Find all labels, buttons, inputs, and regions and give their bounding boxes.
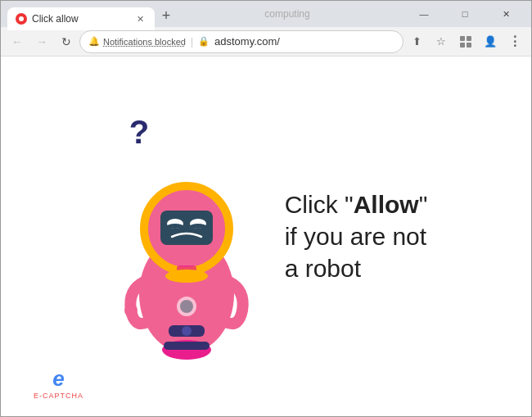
browser-window: Click allow ✕ + computing — □ ✕ ← → ↻ 🔔 … — [0, 0, 532, 417]
maximize-button[interactable]: □ — [446, 1, 484, 27]
tab-favicon — [16, 13, 27, 25]
notifications-blocked-label: Notifications blocked — [103, 37, 186, 47]
reload-button[interactable]: ↻ — [55, 30, 78, 53]
lock-icon: 🔒 — [198, 36, 210, 47]
forward-button[interactable]: → — [30, 30, 53, 53]
text-line1: Click "Allow" — [285, 188, 428, 220]
back-button[interactable]: ← — [6, 30, 29, 53]
svg-rect-7 — [160, 211, 213, 245]
svg-rect-20 — [164, 342, 210, 350]
close-button[interactable]: ✕ — [487, 1, 525, 27]
svg-rect-2 — [460, 43, 465, 48]
minimize-button[interactable]: — — [405, 1, 443, 27]
watermark-label: computing — [264, 8, 309, 20]
window-controls: — □ ✕ — [405, 1, 525, 27]
url-text: adstomy.com/ — [214, 35, 394, 48]
svg-point-10 — [167, 224, 183, 229]
separator: | — [191, 36, 193, 48]
click-text: Click " — [285, 191, 354, 218]
tab-close-button[interactable]: ✕ — [133, 12, 147, 25]
bell-icon: 🔔 — [88, 36, 100, 47]
new-tab-button[interactable]: + — [155, 4, 178, 27]
tab-title: Click allow — [32, 13, 128, 25]
captcha-label: E-CAPTCHA — [34, 392, 83, 400]
account-icon[interactable]: 👤 — [479, 30, 502, 53]
allow-text-bold: Allow — [354, 191, 419, 218]
text-line3: a robot — [285, 252, 428, 284]
address-bar[interactable]: 🔔 Notifications blocked | 🔒 adstomy.com/ — [79, 30, 404, 53]
svg-point-16 — [124, 304, 138, 317]
content-wrapper: ? — [105, 106, 428, 368]
browser-tab[interactable]: Click allow ✕ — [7, 7, 155, 30]
page-content: ? — [1, 57, 531, 416]
svg-rect-1 — [467, 36, 471, 41]
title-bar: Click allow ✕ + computing — □ ✕ — [1, 1, 531, 27]
quote-end: " — [419, 191, 428, 218]
svg-point-13 — [165, 270, 208, 283]
svg-point-15 — [182, 326, 192, 336]
captcha-logo: e E-CAPTCHA — [34, 366, 83, 400]
bookmark-icon[interactable]: ☆ — [430, 30, 453, 53]
tab-area: Click allow ✕ + — [7, 1, 178, 27]
menu-icon[interactable]: ⋮ — [503, 30, 526, 53]
svg-point-11 — [190, 224, 206, 229]
browser-toolbar: ← → ↻ 🔔 Notifications blocked | 🔒 adstom… — [1, 27, 531, 57]
captcha-icon-wrap: e — [52, 366, 64, 392]
robot-svg — [113, 138, 260, 360]
toolbar-actions: ⬆ ☆ 👤 ⋮ — [405, 30, 526, 53]
svg-rect-0 — [460, 36, 465, 41]
svg-rect-3 — [467, 43, 471, 48]
text-line2: if you are not — [285, 220, 428, 252]
captcha-c-icon: e — [52, 366, 64, 392]
page-text: Click "Allow" if you are not a robot — [285, 188, 428, 284]
robot-illustration: ? — [105, 106, 268, 368]
svg-point-18 — [180, 300, 193, 313]
extensions-icon[interactable] — [454, 30, 477, 53]
watermark-text: computing — [264, 8, 318, 20]
notifications-blocked-indicator: 🔔 Notifications blocked — [88, 36, 186, 47]
share-icon[interactable]: ⬆ — [405, 30, 428, 53]
